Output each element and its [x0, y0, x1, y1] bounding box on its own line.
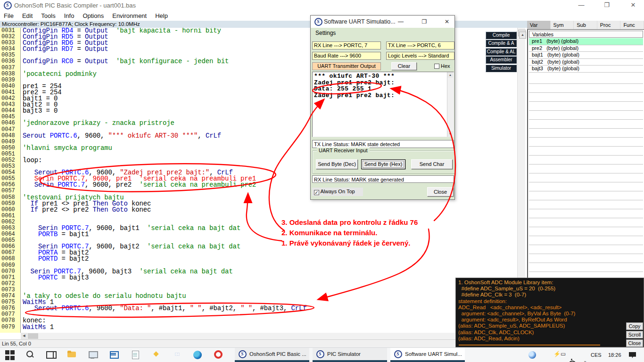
taskbar-app[interactable]: Software UART Simul... [390, 348, 465, 362]
variables-rows: pre1 (byte) (global)pre2 (byte) (global)… [529, 38, 643, 73]
tooltip-line: argument: <adc_result>, ByRefOut As Word [456, 317, 623, 323]
uart-simulator-dialog: Software UART Simulatio... — ❐ ✕ Setting… [310, 15, 455, 200]
side-button[interactable]: Compile & AL [486, 48, 517, 56]
tooltip-scroll-line[interactable] [459, 345, 600, 346]
tab-sub[interactable]: Sub [574, 21, 597, 29]
terminal-scroll-down-icon[interactable]: ▼ [447, 131, 453, 137]
tab-func[interactable]: Func [620, 21, 644, 29]
tooltip-lines: 1. OshonSoft ADC Module Library item: #d… [456, 280, 623, 342]
line-number: 0070 [0, 269, 20, 275]
tray-language[interactable]: CES [591, 352, 602, 358]
side-button[interactable]: Compile & A [486, 40, 517, 47]
variable-row[interactable]: pre2 (byte) (global) [529, 45, 643, 52]
power-plug-icon[interactable]: ⚡▭ [553, 351, 565, 361]
taskbar: OshonSoft PIC Basic ...PIC SimulatorSoft… [0, 347, 644, 362]
hscroll-thumb[interactable] [28, 333, 38, 339]
terminal-scroll-up-icon[interactable]: ▲ [447, 72, 453, 78]
scroll-left-icon[interactable]: ◄ [21, 333, 27, 339]
opera-browser-icon[interactable] [214, 350, 223, 359]
dialog-close-icon[interactable]: ✕ [441, 17, 453, 26]
code-line: Serin PORTC.7, 9600, bajt2 'serial ceka … [21, 244, 517, 250]
menu-item[interactable]: File [4, 12, 14, 19]
send-button[interactable]: Send Byte (Dec) [316, 159, 358, 169]
start-button-icon[interactable] [5, 350, 17, 361]
tooltip-line: statement definition: [456, 298, 623, 304]
menu-item[interactable]: Help [155, 12, 168, 19]
always-on-top-checkbox[interactable]: ✓ [314, 190, 319, 195]
line-number: 0079 [0, 324, 20, 330]
task-view-icon[interactable] [45, 350, 57, 360]
dialog-close-button[interactable]: Close [427, 187, 454, 197]
side-button[interactable]: Assembler [486, 56, 517, 64]
line-number: 0048 [0, 133, 20, 139]
hex-label: Hex [441, 63, 450, 69]
edge-browser-icon[interactable] [193, 351, 202, 359]
close-icon[interactable]: ✕ [626, 1, 640, 9]
terminal-scrollbar[interactable]: ▲ ▼ [447, 72, 454, 137]
code-line: WaitMs 1 [21, 324, 517, 330]
baud-rate-field[interactable]: Baud Rate ---> 9600 [312, 52, 381, 60]
taskbar-app-label: OshonSoft PIC Basic ... [249, 351, 306, 357]
tooltip-copy-button[interactable]: Copy [626, 322, 643, 330]
action-center-icon[interactable] [629, 352, 636, 358]
rx-line-field[interactable]: RX Line ---> PORTC, 7 [312, 41, 381, 49]
side-button[interactable]: Compile [486, 32, 517, 39]
variable-row[interactable]: bajt1 (byte) (global) [529, 52, 643, 59]
line-number: 0069 [0, 263, 20, 269]
menu-item[interactable]: Tools [41, 12, 55, 19]
menu-item[interactable]: Edit [22, 12, 33, 19]
tooltip-scroll-button[interactable]: Scroll [626, 331, 643, 338]
line-number: 0071 [0, 275, 20, 281]
line-number: 0037 [0, 65, 20, 71]
send-button[interactable]: Send Byte (Hex) [361, 159, 405, 169]
send-button[interactable]: Send Char [411, 159, 453, 169]
rx-line-status: RX Line Status: MARK state generated [312, 175, 454, 183]
logic-levels-field[interactable]: Logic Levels ---> Standard [386, 52, 454, 60]
dialog-settings-menu[interactable]: Settings [315, 30, 336, 36]
tab-sym[interactable]: Sym [551, 21, 574, 29]
line-number: 0068 [0, 256, 20, 262]
uart-transmitter-output-label: UART Transmitter Output [312, 62, 381, 70]
tooltip-line: (alias: ADC_Clk, ADC_CLOCK) [456, 329, 623, 336]
editor-horizontal-scrollbar[interactable]: ◄ [21, 333, 517, 339]
code-line: Serin PORTC.7, 9600, bajt1 'serial ceka … [21, 225, 517, 231]
variable-row[interactable]: bajt3 (byte) (global) [529, 66, 643, 73]
dialog-maximize-icon[interactable]: ❐ [418, 17, 430, 26]
line-number: 0072 [0, 281, 20, 287]
menu-item[interactable]: Info [64, 12, 74, 19]
menu-item[interactable]: Environment [112, 12, 147, 19]
code-line: Serin PORTC.7, 9600, bajt3 'serial ceka … [21, 269, 517, 275]
simulator-app-icon[interactable] [88, 350, 99, 360]
line-number: 0036 [0, 58, 20, 65]
variable-row[interactable]: bajt2 (byte) (global) [529, 59, 643, 66]
notepad-icon[interactable] [130, 350, 141, 360]
minimize-icon[interactable]: — [574, 1, 588, 9]
taskbar-app[interactable]: PIC Simulator [313, 348, 387, 362]
tooltip-close-button[interactable]: Close [626, 339, 643, 347]
line-number: 0049 [0, 139, 20, 145]
maximize-icon[interactable]: ❐ [600, 1, 614, 9]
variable-row[interactable]: pre1 (byte) (global) [529, 38, 643, 45]
compile-button-stack: CompileCompile & ACompile & ALAssemblerS… [486, 32, 517, 73]
menu-item[interactable]: Options [83, 12, 104, 19]
clear-button[interactable]: Clear [391, 62, 417, 70]
tooltip-line: argument: <adc_channel>, ByVal As Byte (… [456, 311, 623, 317]
news-app-icon[interactable] [109, 350, 120, 360]
tooltip-line: #define ADC_Clk = 3 (0-7) [456, 292, 623, 298]
line-number: 0051 [0, 151, 20, 157]
dialog-logo-icon [314, 18, 322, 26]
side-scroll-up-icon[interactable]: ▲ [519, 32, 526, 39]
uart-terminal[interactable]: *** ok1ufc ART-30 *** Zadej pre1 pre2 ba… [312, 72, 454, 137]
tray-clock[interactable]: 18:26 [608, 352, 621, 358]
tab-var[interactable]: Var [527, 21, 551, 29]
tray-app-icon[interactable] [528, 351, 536, 359]
hex-checkbox[interactable] [434, 64, 439, 69]
side-button[interactable]: Simulator [486, 65, 517, 72]
tab-proc[interactable]: Proc [597, 21, 621, 29]
tx-line-field[interactable]: TX Line ---> PORTC, 6 [386, 41, 454, 49]
desktop: OshonSoft PIC Basic Compiler - uart001.b… [0, 0, 644, 362]
code-line [21, 213, 517, 219]
taskbar-app[interactable]: OshonSoft PIC Basic ... [235, 348, 309, 362]
tooltip-line: (alias: ADC_Sample_uS, ADC_SAMPLEUS) [456, 323, 623, 329]
dialog-minimize-icon[interactable]: — [395, 17, 407, 26]
